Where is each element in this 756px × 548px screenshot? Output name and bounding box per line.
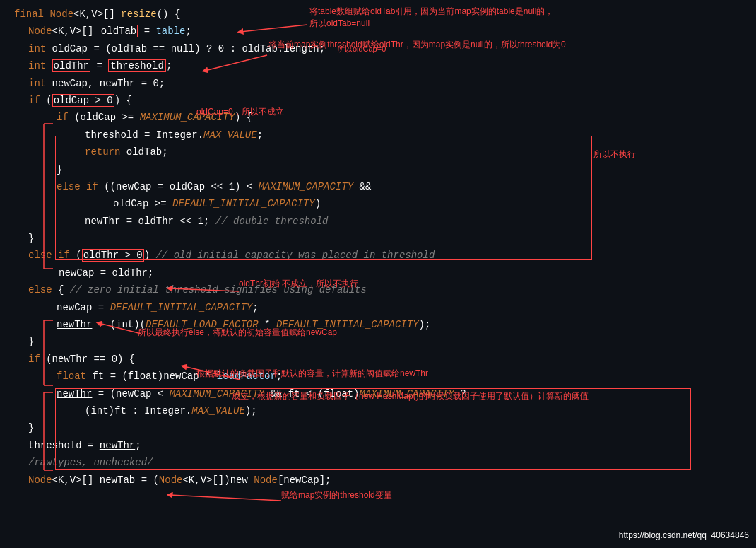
code-line-15: else if (oldThr > 0) // old initial capa…: [0, 247, 756, 264]
annotation-6: 根据默认的负载因子和默认的容量，计算新的阈值赋给newThr: [196, 368, 428, 380]
annotation-2: 将当前map实例threshold赋给oldThr，因为map实例是null的，…: [268, 39, 566, 51]
code-line-25: }: [0, 419, 756, 436]
code-line-26: threshold = newThr;: [0, 437, 756, 454]
code-line-11: else if ((newCap = oldCap << 1) < MAXIMU…: [0, 178, 756, 195]
svg-line-13: [170, 495, 281, 501]
code-line-16: newCap = oldThr;: [0, 264, 756, 281]
code-line-4: int oldThr = threshold;: [0, 57, 756, 74]
code-line-21: if (newThr == 0) {: [0, 351, 756, 368]
code-line-20: }: [0, 333, 756, 350]
code-line-24: (int)ft : Integer.MAX_VALUE);: [0, 402, 756, 419]
code-line-7: if (oldCap >= MAXIMUM_CAPACITY) {: [0, 109, 756, 126]
code-line-8: threshold = Integer.MAX_VALUE;: [0, 127, 756, 144]
annotation-7: 成立，根据新的容量和负载因子（new HashMap()的时候负载因子使用了默认…: [232, 390, 589, 402]
annotation-9: oldThr初始 不成立，所以不执行: [239, 278, 358, 290]
code-line-18: newCap = DEFAULT_INITIAL_CAPACITY;: [0, 299, 756, 316]
code-line-5: int newCap, newThr = 0;: [0, 75, 756, 92]
code-line-6: if (oldCap > 0) {: [0, 92, 756, 109]
annotation-8: 赋给map实例的threshold变量: [281, 489, 392, 501]
code-line-12: oldCap >= DEFAULT_INITIAL_CAPACITY): [0, 195, 756, 212]
annotation-4: oldCap=0，所以不成立: [196, 106, 284, 118]
code-line-9: return oldTab;: [0, 144, 756, 161]
code-line-10: }: [0, 161, 756, 178]
code-line-27: /rawtypes, unchecked/: [0, 454, 756, 471]
annotation-1: 将table数组赋给oldTab引用，因为当前map实例的table是null的…: [309, 6, 553, 30]
code-line-17: else { // zero initial threshold signifi…: [0, 281, 756, 298]
annotation-5: 所以最终执行else，将默认的初始容量值赋给newCap: [138, 327, 337, 339]
code-container: 将table数组赋给oldTab引用，因为当前map实例的table是null的…: [0, 0, 756, 548]
code-line-14: }: [0, 230, 756, 247]
code-line-13: newThr = oldThr << 1; // double threshol…: [0, 213, 756, 230]
annotation-3: 所以不执行: [593, 148, 636, 161]
code-line-19: newThr = (int)(DEFAULT_LOAD_FACTOR * DEF…: [0, 316, 756, 333]
url-label: https://blog.csdn.net/qq_40634846: [619, 529, 749, 542]
code-line-28: Node<K,V>[] newTab = (Node<K,V>[])new No…: [0, 472, 756, 489]
